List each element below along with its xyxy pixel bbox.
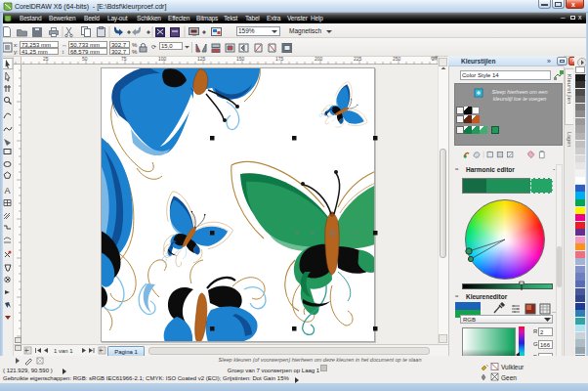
svg-text:100: 100 [158,57,167,62]
svg-text:Vulkleur: Vulkleur [501,364,525,370]
svg-text:25: 25 [43,57,49,62]
svg-text:75: 75 [121,57,127,62]
svg-text:125: 125 [197,57,206,62]
svg-text:250: 250 [393,57,401,62]
svg-text:Geen: Geen [501,374,517,381]
svg-text:200: 200 [315,57,323,62]
svg-text:175: 175 [275,57,284,62]
svg-text:150: 150 [236,57,245,62]
svg-text:50: 50 [82,57,88,62]
svg-text:A: A [5,186,11,196]
svg-text:1 van 1: 1 van 1 [54,348,73,354]
svg-text:225: 225 [354,57,362,62]
